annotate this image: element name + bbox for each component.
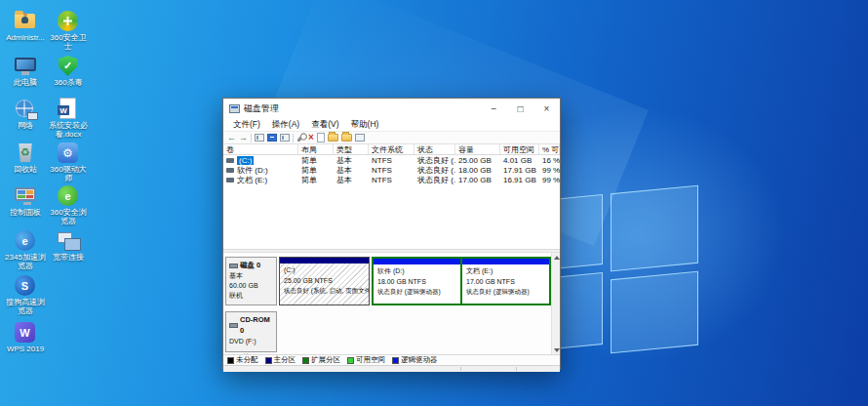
disk0-label-box[interactable]: 磁盘 0 基本 60.00 GB 联机 xyxy=(225,257,277,305)
menu-bar: 文件(F) 操作(A) 查看(V) 帮助(H) xyxy=(223,118,560,132)
volume-row-c[interactable]: (C:) 简单 基本 NTFS 状态良好 (... 25.00 GB 4.01 … xyxy=(223,155,560,165)
desktop-icon-recycle-bin[interactable]: ♻ 回收站 xyxy=(4,142,47,174)
cell-capacity: 18.00 GB xyxy=(455,166,500,175)
cell-free: 17.91 GB xyxy=(500,166,539,175)
desktop-icon-administrator[interactable]: Administr... xyxy=(4,10,47,42)
desktop-icon-label: 此电脑 xyxy=(4,78,47,87)
scroll-down-icon[interactable] xyxy=(552,345,560,354)
col-filesystem[interactable]: 文件系统 xyxy=(369,144,414,155)
folder-icon[interactable] xyxy=(341,134,352,142)
windows-logo xyxy=(542,146,708,356)
partition-c[interactable]: (C:) 25.00 GB NTFS 状态良好 (系统, 启动, 页面文件, 活… xyxy=(279,257,370,305)
maximize-button[interactable]: □ xyxy=(507,99,533,118)
menu-action[interactable]: 操作(A) xyxy=(266,119,305,131)
legend-swatch xyxy=(302,357,309,364)
legend-logical-drive: 逻辑驱动器 xyxy=(392,355,438,365)
partition-size: 18.00 GB NTFS xyxy=(374,277,460,288)
col-volume[interactable]: 卷 xyxy=(223,144,298,155)
cdrom-label-box[interactable]: CD-ROM 0 DVD (F:) 无媒体 xyxy=(225,311,277,352)
desktop-icon-broadband-connection[interactable]: 宽带连接 xyxy=(47,229,90,262)
legend-label: 可用空间 xyxy=(356,355,385,365)
menu-file[interactable]: 文件(F) xyxy=(227,119,266,131)
cell-free: 4.01 GB xyxy=(500,156,539,165)
delete-volume-icon[interactable]: × xyxy=(308,133,314,142)
vertical-scrollbar[interactable] xyxy=(551,253,560,354)
partition-size: 25.00 GB NTFS xyxy=(280,276,369,287)
desktop-icon-360-browser[interactable]: e 360安全浏览器 xyxy=(47,184,90,226)
volume-icon xyxy=(226,168,234,173)
col-type[interactable]: 类型 xyxy=(334,144,369,155)
help-window-icon[interactable] xyxy=(280,134,290,142)
minimize-button[interactable]: − xyxy=(481,99,507,118)
volume-row-e[interactable]: 文档 (E:) 简单 基本 NTFS 状态良好 (... 17.00 GB 16… xyxy=(223,175,560,184)
logical-drive-bar xyxy=(374,259,460,264)
desktop-icon-wps-2019[interactable]: W WPS 2019 xyxy=(4,321,47,353)
network-globe-icon xyxy=(13,98,38,120)
document-icon[interactable] xyxy=(317,133,325,142)
desktop-icon-control-panel[interactable]: 控制面板 xyxy=(4,184,47,217)
desktop-icon-sogou-browser[interactable]: S 搜狗高速浏览器 xyxy=(4,274,47,316)
window-title: 磁盘管理 xyxy=(244,102,279,115)
col-free-space[interactable]: 可用空间 xyxy=(500,144,539,155)
properties-icon[interactable] xyxy=(267,134,277,142)
legend-swatch xyxy=(392,357,399,364)
desktop-icon-this-pc[interactable]: 此电脑 xyxy=(4,55,47,87)
status-bar xyxy=(223,365,560,372)
desktop-icon-setup-docx[interactable]: W 系统安装必看.docx xyxy=(47,98,90,140)
volume-name: 软件 (D:) xyxy=(237,166,268,175)
recycle-bin-icon: ♻ xyxy=(13,142,38,164)
legend-bar: 未分配 主分区 扩展分区 可用空间 逻辑驱动器 xyxy=(223,354,560,365)
col-status[interactable]: 状态 xyxy=(414,144,455,155)
2345-browser-icon: e xyxy=(13,229,38,252)
desktop-icon-360-safety-guard[interactable]: 360安全卫士 xyxy=(47,10,90,52)
close-button[interactable]: × xyxy=(533,99,560,118)
partition-d[interactable]: 软件 (D:) 18.00 GB NTFS 状态良好 (逻辑驱动器) xyxy=(374,259,460,304)
desktop-icon-network[interactable]: 网络 xyxy=(4,98,47,130)
legend-label: 逻辑驱动器 xyxy=(401,355,438,365)
cell-pct: 99 % xyxy=(539,176,560,184)
cell-capacity: 25.00 GB xyxy=(455,156,500,165)
volume-row-d[interactable]: 软件 (D:) 简单 基本 NTFS 状态良好 (... 18.00 GB 17… xyxy=(223,165,560,175)
cell-pct: 16 % xyxy=(539,156,560,165)
partition-e[interactable]: 文档 (E:) 17.00 GB NTFS 状态良好 (逻辑驱动器) xyxy=(462,259,549,304)
folder-icon[interactable] xyxy=(328,134,338,142)
wrench-icon[interactable] xyxy=(296,134,304,142)
legend-label: 扩展分区 xyxy=(311,355,340,365)
menu-help[interactable]: 帮助(H) xyxy=(345,119,385,131)
partition-status: 状态良好 (系统, 启动, 页面文件, 活... xyxy=(280,286,369,296)
window-view-icon[interactable] xyxy=(355,134,365,142)
scroll-up-icon[interactable] xyxy=(552,253,560,262)
disk-icon xyxy=(229,264,238,268)
desktop-icon-label: WPS 2019 xyxy=(4,345,47,353)
volume-list-header: 卷 布局 类型 文件系统 状态 容量 可用空间 % 可用 xyxy=(223,144,560,155)
col-pct-free[interactable]: % 可用 xyxy=(539,144,560,155)
word-document-icon: W xyxy=(56,98,81,120)
360-driver-master-icon: ⚙ xyxy=(56,142,81,164)
desktop-icon-label: Administr... xyxy=(4,33,47,42)
desktop-icon-360-driver-master[interactable]: ⚙ 360驱动大师 xyxy=(47,142,90,183)
col-capacity[interactable]: 容量 xyxy=(455,144,500,155)
desktop-icon-2345-browser[interactable]: e 2345加速浏览器 xyxy=(4,229,47,271)
desktop-icon-label: 360驱动大师 xyxy=(47,165,90,183)
360-antivirus-shield-icon: ✓ xyxy=(56,55,81,77)
logical-drive-bar xyxy=(462,259,549,264)
toolbar-separator xyxy=(293,134,294,142)
desktop-icon-label: 宽带连接 xyxy=(47,253,90,262)
menu-view[interactable]: 查看(V) xyxy=(305,119,344,131)
col-layout[interactable]: 布局 xyxy=(298,144,334,155)
back-icon[interactable]: ← xyxy=(227,134,236,142)
partition-title: 软件 (D:) xyxy=(374,266,460,277)
title-bar[interactable]: 磁盘管理 − □ × xyxy=(223,99,560,118)
primary-partition-bar xyxy=(280,258,369,264)
desktop-icon-label: 360安全卫士 xyxy=(47,33,90,52)
volume-name: 文档 (E:) xyxy=(237,176,267,184)
desktop-icon-label: 系统安装必看.docx xyxy=(47,121,90,140)
forward-icon[interactable]: → xyxy=(239,134,248,142)
volume-icon xyxy=(226,158,234,163)
desktop-icon-360-antivirus[interactable]: ✓ 360杀毒 xyxy=(47,55,90,87)
legend-label: 主分区 xyxy=(274,355,296,365)
cell-type: 基本 xyxy=(334,175,369,185)
extended-partition-group: 软件 (D:) 18.00 GB NTFS 状态良好 (逻辑驱动器) 文档 (E… xyxy=(372,257,551,305)
console-tree-icon[interactable] xyxy=(255,134,264,142)
control-panel-icon xyxy=(13,184,38,207)
